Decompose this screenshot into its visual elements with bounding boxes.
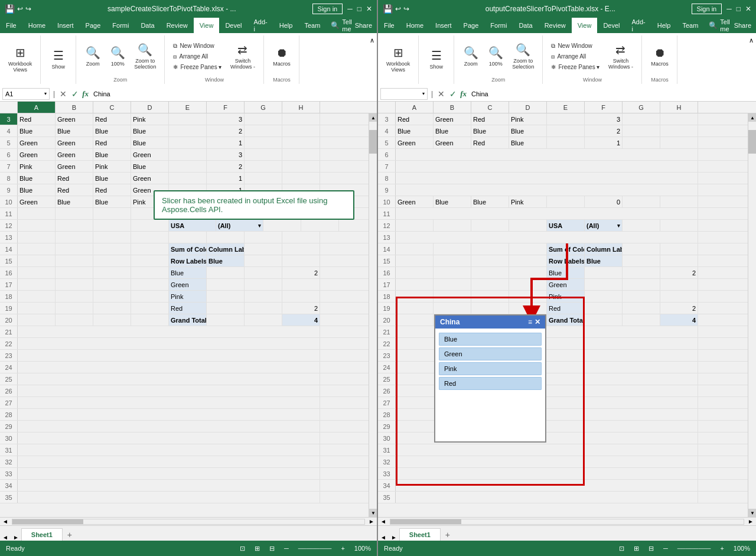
left-cell-16D[interactable]	[131, 267, 169, 278]
left-cell-8D[interactable]: Green	[131, 173, 169, 184]
right-cell-16H[interactable]: 2	[660, 267, 698, 278]
left-cell-17E[interactable]: Green	[169, 279, 207, 290]
right-col-F[interactable]: F	[585, 102, 623, 113]
left-sheet1-tab[interactable]: Sheet1	[21, 528, 63, 541]
right-cell-10F[interactable]: 0	[585, 196, 623, 207]
left-cell-14G[interactable]	[245, 243, 282, 255]
left-cell-8F[interactable]: 1	[207, 173, 245, 184]
right-formula-input[interactable]	[469, 88, 754, 100]
undo-icon[interactable]: ↩	[17, 5, 23, 13]
right-hscroll-right[interactable]: ►	[745, 518, 756, 525]
right-ribbon-expand[interactable]: ∧	[747, 35, 756, 84]
right-cell-18H[interactable]	[660, 291, 698, 302]
left-cell-15A[interactable]	[18, 255, 56, 266]
left-zoom-slider[interactable]: ────────	[298, 545, 332, 552]
right-cell-19A[interactable]	[396, 303, 434, 314]
left-cell-15C[interactable]	[93, 255, 131, 266]
left-cell-18F[interactable]	[207, 291, 245, 302]
left-cell-16C[interactable]	[93, 267, 131, 278]
right-cell-18B[interactable]	[434, 291, 471, 302]
left-cell-7F[interactable]: 2	[207, 161, 245, 172]
right-redo-icon[interactable]: ↪	[403, 5, 409, 13]
right-cell-18G[interactable]	[623, 291, 660, 302]
left-switch-windows-button[interactable]: ⇄ SwitchWindows -	[226, 36, 259, 76]
right-max-icon[interactable]: □	[737, 5, 741, 13]
left-cell-17F[interactable]	[207, 279, 245, 290]
c24[interactable]	[18, 362, 320, 373]
r2-c31[interactable]	[396, 444, 698, 456]
left-cell-4H[interactable]	[282, 125, 320, 136]
left-cell-13H[interactable]	[282, 232, 320, 243]
left-col-B[interactable]: B	[56, 102, 93, 113]
left-cell-20F[interactable]	[207, 314, 245, 326]
left-cell-14E[interactable]: Sum of Color	[169, 243, 207, 255]
left-cell-5F[interactable]: 1	[207, 137, 245, 148]
left-cell-14C[interactable]	[93, 243, 131, 255]
r-c7[interactable]	[396, 161, 698, 172]
right-cell-3A[interactable]: Red	[396, 113, 434, 125]
left-cell-17C[interactable]	[93, 279, 131, 290]
save-icon[interactable]: 💾	[5, 4, 15, 14]
left-cell-5D[interactable]: Blue	[131, 137, 169, 148]
c30[interactable]	[18, 433, 320, 444]
r2-c33[interactable]	[396, 468, 698, 479]
right-switch-windows-button[interactable]: ⇄ SwitchWindows -	[604, 36, 637, 76]
c25[interactable]	[18, 373, 320, 385]
right-cell-12C[interactable]	[471, 220, 509, 231]
left-cell-4D[interactable]: Blue	[131, 125, 169, 136]
right-cell-4C[interactable]: Blue	[471, 125, 509, 136]
left-cell-19E[interactable]: Red	[169, 303, 207, 314]
left-cell-12D[interactable]	[131, 220, 169, 231]
left-cell-16F[interactable]	[207, 267, 245, 278]
left-cell-20E[interactable]: Grand Total	[169, 314, 207, 326]
right-share-label[interactable]: Share	[734, 22, 751, 29]
left-cell-6E[interactable]	[169, 149, 207, 160]
c26[interactable]	[18, 385, 320, 396]
right-cell-16G[interactable]	[623, 267, 660, 278]
left-cell-5E[interactable]	[169, 137, 207, 148]
left-cell-12H[interactable]	[301, 220, 339, 231]
left-cell-13B[interactable]	[56, 232, 93, 243]
left-cell-12B[interactable]	[56, 220, 93, 231]
right-tellme-label[interactable]: Tell me	[720, 18, 731, 32]
right-cell-3F[interactable]: 3	[585, 113, 623, 125]
left-cell-6C[interactable]: Blue	[93, 149, 131, 160]
right-cell-15A[interactable]	[396, 255, 434, 266]
right-cell-3D[interactable]: Pink	[509, 113, 547, 125]
right-cell-14H[interactable]	[660, 243, 698, 255]
left-cell-4A[interactable]: Blue	[18, 125, 56, 136]
c32[interactable]	[18, 456, 320, 467]
left-cell-5A[interactable]: Green	[18, 137, 56, 148]
left-tab-addi[interactable]: Add-i	[248, 18, 273, 33]
left-cell-12A[interactable]	[18, 220, 56, 231]
left-cancel-icon[interactable]: ✕	[58, 89, 68, 99]
left-cell-15E[interactable]: Row Labels ▾	[169, 255, 207, 266]
right-cell-3G[interactable]	[623, 113, 660, 125]
right-cell-10D[interactable]: Pink	[509, 196, 547, 207]
left-cell-8C[interactable]: Blue	[93, 173, 131, 184]
left-col-D[interactable]: D	[131, 102, 169, 113]
left-cell-3F[interactable]: 3	[207, 113, 245, 125]
right-cell-19G[interactable]	[623, 303, 660, 314]
left-cell-17G[interactable]	[245, 279, 282, 290]
left-add-sheet-button[interactable]: +	[63, 529, 77, 541]
left-zoom-button[interactable]: 🔍 Zoom	[81, 36, 105, 76]
left-cell-7B[interactable]: Green	[56, 161, 93, 172]
left-cell-7A[interactable]: Pink	[18, 161, 56, 172]
right-hscroll-left[interactable]: ◄	[378, 518, 389, 525]
slicer-filter-icon[interactable]: ≡	[528, 318, 532, 326]
left-col-F[interactable]: F	[207, 102, 245, 113]
r2-c34[interactable]	[396, 480, 698, 491]
left-cell-8H[interactable]	[282, 173, 320, 184]
right-cell-5E[interactable]	[547, 137, 585, 148]
right-tab-page[interactable]: Page	[458, 18, 485, 33]
right-cell-10H[interactable]	[660, 196, 698, 207]
left-tab-insert[interactable]: Insert	[51, 18, 80, 33]
right-cell-4G[interactable]	[623, 125, 660, 136]
right-cell-15H[interactable]	[660, 255, 698, 266]
right-layout-preview-icon[interactable]: ⊟	[649, 545, 654, 552]
left-cell-18G[interactable]	[245, 291, 282, 302]
right-cell-19H[interactable]: 2	[660, 303, 698, 314]
right-cell-15G[interactable]	[623, 255, 660, 266]
right-cell-14B[interactable]	[434, 243, 471, 255]
